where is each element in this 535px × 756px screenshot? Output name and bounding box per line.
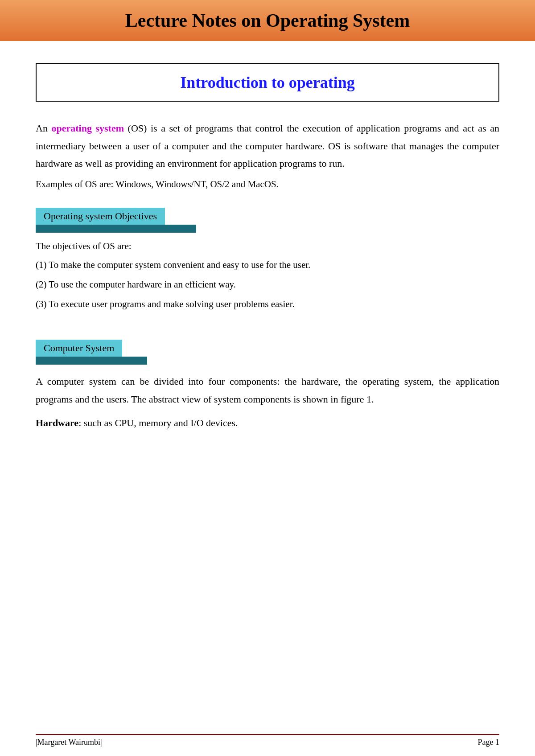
footer-author: |Margaret Wairumbi| — [36, 738, 102, 747]
computer-section: Computer System A computer system can be… — [36, 340, 499, 428]
objectives-intro: The objectives of OS are: — [36, 241, 499, 252]
hardware-detail: : such as CPU, memory and I/O devices. — [78, 417, 238, 428]
hardware-line: Hardware: such as CPU, memory and I/O de… — [36, 417, 499, 429]
objectives-heading: Operating system Objectives — [36, 208, 165, 225]
objective-item-2: (2) To use the computer hardware in an e… — [36, 276, 499, 294]
intro-heading: Introduction to operating — [50, 73, 485, 92]
objective-item-3: (3) To execute user programs and make so… — [36, 296, 499, 313]
page: Lecture Notes on Operating System Introd… — [0, 0, 535, 756]
examples-text: Examples of OS are: Windows, Windows/NT,… — [36, 179, 499, 190]
objectives-underline — [36, 225, 196, 233]
objectives-list: (1) To make the computer system convenie… — [36, 256, 499, 313]
computer-underline — [36, 357, 147, 365]
objective-item-1: (1) To make the computer system convenie… — [36, 256, 499, 274]
computer-paragraph: A computer system can be divided into fo… — [36, 373, 499, 408]
main-content: Introduction to operating An operating s… — [0, 41, 535, 482]
header-title: Lecture Notes on Operating System — [27, 10, 508, 31]
intro-box: Introduction to operating — [36, 63, 499, 102]
objectives-section: Operating system Objectives The objectiv… — [36, 208, 499, 313]
hardware-label: Hardware — [36, 417, 78, 428]
computer-heading: Computer System — [36, 340, 122, 357]
header-banner: Lecture Notes on Operating System — [0, 0, 535, 41]
footer-page: Page 1 — [478, 738, 500, 747]
footer: |Margaret Wairumbi| Page 1 — [36, 734, 499, 747]
intro-paragraph: An operating system (OS) is a set of pro… — [36, 119, 499, 173]
os-highlight: operating system — [51, 123, 124, 134]
